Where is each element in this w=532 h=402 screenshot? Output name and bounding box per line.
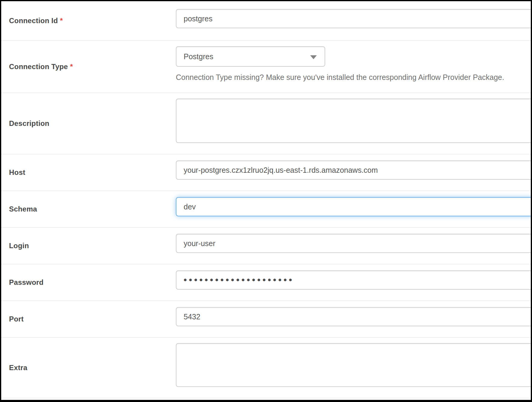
form-row-schema: Schema: [1, 191, 531, 228]
connection-type-helper-text: Connection Type missing? Make sure you'v…: [176, 73, 531, 82]
port-label: Port: [9, 315, 24, 323]
connection-type-label: Connection Type*: [9, 62, 73, 71]
extra-field-cell: [176, 338, 531, 398]
connection-id-label: Connection Id*: [9, 17, 63, 25]
connection-type-select[interactable]: Postgres: [176, 46, 325, 67]
port-label-cell: Port: [1, 301, 176, 337]
description-label-cell: Description: [1, 93, 176, 154]
password-label: Password: [9, 278, 44, 287]
form-row-login: Login: [1, 228, 531, 264]
extra-label: Extra: [9, 364, 27, 372]
form-row-port: Port: [1, 301, 531, 338]
host-label-cell: Host: [1, 154, 176, 190]
port-input[interactable]: [176, 307, 532, 326]
host-label: Host: [9, 168, 25, 177]
connection-id-label-text: Connection Id: [9, 17, 58, 25]
login-field-cell: [176, 228, 531, 264]
connection-id-input[interactable]: [176, 9, 532, 28]
required-asterisk: *: [60, 17, 63, 25]
connection-type-selected-value: Postgres: [184, 52, 213, 61]
schema-input[interactable]: [176, 197, 532, 216]
dropdown-caret-icon: [310, 55, 317, 59]
connection-type-label-text: Connection Type: [9, 62, 68, 71]
connection-type-field-cell: Postgres Connection Type missing? Make s…: [176, 41, 531, 93]
password-field-cell: [176, 264, 531, 300]
description-textarea[interactable]: [176, 99, 532, 143]
form-row-extra: Extra: [1, 338, 531, 398]
extra-textarea[interactable]: [176, 343, 532, 387]
required-asterisk: *: [70, 62, 73, 71]
connection-type-label-cell: Connection Type*: [1, 41, 176, 93]
form-table: Connection Id* Connection Type* Postgres…: [1, 1, 531, 398]
port-field-cell: [176, 301, 531, 337]
password-label-cell: Password: [1, 264, 176, 300]
form-row-description: Description: [1, 93, 531, 154]
schema-label: Schema: [9, 205, 37, 213]
form-row-connection-type: Connection Type* Postgres Connection Typ…: [1, 41, 531, 93]
login-label: Login: [9, 242, 29, 250]
form-row-host: Host: [1, 154, 531, 191]
connection-id-field-cell: [176, 1, 531, 40]
schema-label-cell: Schema: [1, 191, 176, 227]
form-row-password: Password: [1, 264, 531, 301]
schema-field-cell: [176, 191, 531, 227]
password-input[interactable]: [176, 270, 532, 290]
connection-id-label-cell: Connection Id*: [1, 1, 176, 40]
host-input[interactable]: [176, 160, 532, 180]
extra-label-cell: Extra: [1, 338, 176, 398]
description-field-cell: [176, 93, 531, 154]
connection-edit-form: Connection Id* Connection Type* Postgres…: [0, 0, 532, 402]
description-label: Description: [9, 119, 49, 128]
host-field-cell: [176, 154, 531, 190]
login-label-cell: Login: [1, 228, 176, 264]
form-row-connection-id: Connection Id*: [1, 1, 531, 41]
login-input[interactable]: [176, 234, 532, 253]
